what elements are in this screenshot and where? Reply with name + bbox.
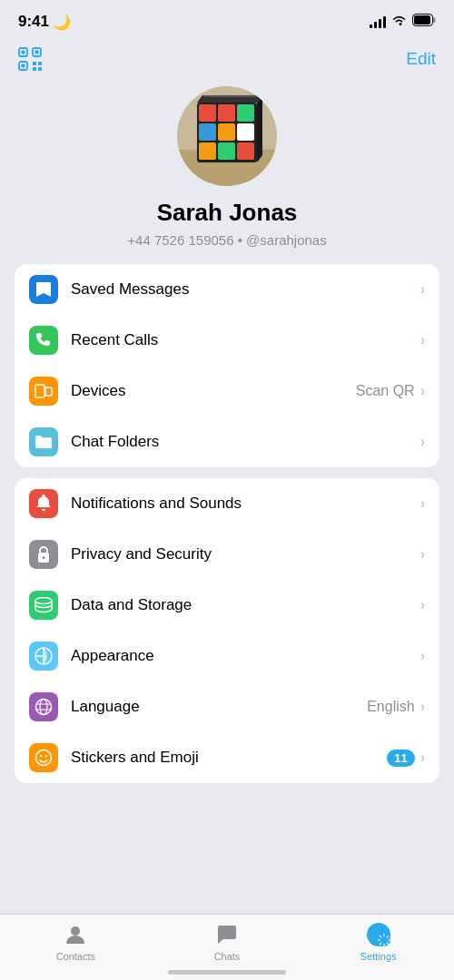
profile-phone: +44 7526 159056 [127,232,233,248]
svg-rect-19 [199,123,216,141]
phone-icon [29,326,58,355]
svg-point-43 [71,926,80,936]
notifications-row[interactable]: Notifications and Sounds › [15,478,439,529]
notifications-label: Notifications and Sounds [71,495,420,513]
appearance-row[interactable]: Appearance › [15,631,439,681]
svg-rect-29 [45,387,52,396]
settings-tab-label: Settings [360,951,397,962]
svg-rect-1 [433,17,436,23]
svg-rect-17 [218,104,235,122]
svg-rect-18 [237,104,254,122]
profile-sub: +44 7526 159056 • @sarahjonas [127,232,326,248]
language-value: English [367,699,414,715]
stickers-badge: 11 [387,750,414,767]
svg-rect-10 [38,62,42,65]
tab-chats[interactable]: Chats [152,922,303,962]
language-row[interactable]: Language English › [15,681,439,732]
battery-icon [412,14,436,30]
contacts-tab-icon [63,922,88,947]
svg-point-38 [36,700,52,715]
devices-row[interactable]: Devices Scan QR › [15,366,439,416]
signal-icon [370,15,386,28]
svg-rect-2 [414,15,430,24]
status-icons [370,14,436,30]
svg-marker-26 [202,95,262,97]
saved-messages-row[interactable]: Saved Messages › [15,264,439,315]
tab-settings[interactable]: Settings [302,922,454,962]
language-label: Language [71,698,367,716]
profile-separator: • [238,232,246,248]
moon-icon: 🌙 [53,14,71,31]
svg-rect-32 [35,439,52,448]
header-area: Edit [0,38,454,77]
svg-rect-11 [33,67,36,71]
svg-point-41 [40,755,42,757]
privacy-label: Privacy and Security [71,545,420,564]
bookmark-icon [29,275,58,304]
svg-rect-22 [199,142,216,160]
svg-point-42 [45,755,47,757]
avatar [177,86,277,186]
svg-rect-24 [237,142,254,160]
profile-username: @sarahjonas [246,232,327,248]
sticker-icon [29,743,58,772]
stickers-label: Stickers and Emoji [71,749,387,767]
svg-rect-28 [35,385,44,397]
data-storage-row[interactable]: Data and Storage › [15,580,439,631]
svg-rect-9 [33,62,36,65]
contacts-tab-label: Contacts [56,951,95,962]
storage-icon [29,591,58,620]
recent-calls-label: Recent Calls [71,331,420,349]
svg-marker-27 [257,95,262,162]
tab-contacts[interactable]: Contacts [0,922,152,962]
svg-rect-4 [22,51,25,54]
saved-messages-label: Saved Messages [71,280,420,299]
folders-icon [29,427,58,456]
chat-folders-label: Chat Folders [71,433,420,451]
data-storage-label: Data and Storage [71,596,420,614]
profile-name: Sarah Jonas [157,199,298,227]
chat-folders-row[interactable]: Chat Folders › [15,416,439,467]
chats-tab-icon [214,922,240,947]
svg-rect-8 [22,64,25,68]
wifi-icon [391,14,407,30]
svg-rect-12 [38,67,42,71]
qr-icon[interactable] [18,47,42,77]
status-time: 9:41 [18,13,49,31]
appearance-icon [29,642,58,671]
svg-point-36 [35,598,52,604]
svg-point-47 [381,938,386,943]
lock-icon [29,540,58,569]
avatar-image [177,86,277,186]
edit-button[interactable]: Edit [406,49,436,69]
recent-calls-row[interactable]: Recent Calls › [15,315,439,366]
status-bar: 9:41 🌙 [0,0,454,38]
stickers-row[interactable]: Stickers and Emoji 11 › [15,732,439,783]
svg-rect-23 [218,142,235,160]
settings-group-2: Notifications and Sounds › Privacy and S… [15,478,439,783]
devices-icon [29,377,58,406]
devices-label: Devices [71,382,356,400]
appearance-label: Appearance [71,647,420,665]
bell-icon [29,489,58,518]
svg-point-39 [40,700,47,715]
svg-rect-6 [35,51,39,54]
chats-tab-label: Chats [214,951,241,962]
home-indicator [168,970,286,975]
devices-value: Scan QR [356,383,415,399]
svg-rect-16 [199,104,216,122]
profile-section: Sarah Jonas +44 7526 159056 • @sarahjona… [0,77,454,264]
svg-rect-20 [218,123,235,141]
settings-tab-icon [366,922,391,947]
privacy-row[interactable]: Privacy and Security › [15,529,439,580]
svg-point-35 [43,556,45,559]
svg-rect-21 [237,123,254,141]
svg-point-40 [36,750,52,766]
language-icon [29,692,58,721]
settings-group-1: Saved Messages › Recent Calls › Devices … [15,264,439,467]
